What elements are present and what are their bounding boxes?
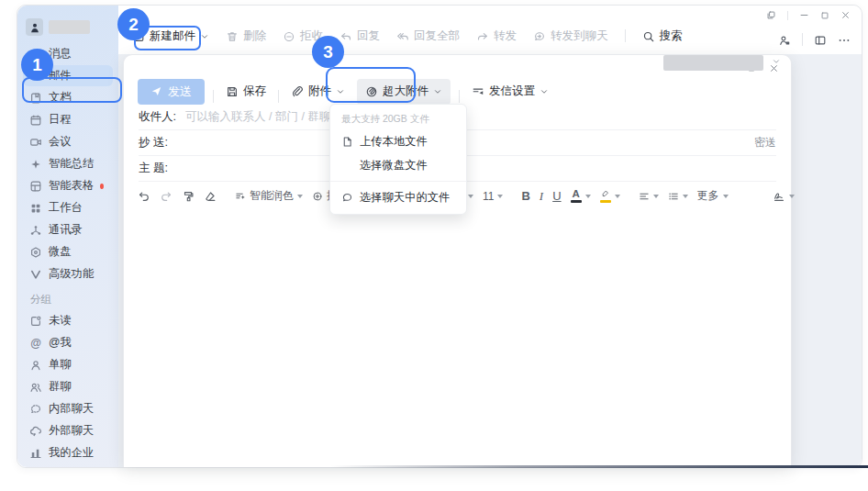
close-icon[interactable] — [840, 10, 851, 20]
sidebar-item-single-chat[interactable]: 单聊 — [23, 354, 113, 375]
sidebar-item-label: 智能表格 — [49, 178, 94, 194]
popout-icon[interactable] — [766, 10, 776, 20]
forward-to-chat-button[interactable]: 转发到聊天 — [533, 28, 608, 44]
redo-icon[interactable] — [160, 190, 172, 203]
sidebar-item-label: 未读 — [49, 313, 72, 329]
paperclip-icon — [291, 85, 304, 98]
sidebar-item-my-enterprise[interactable]: 我的企业 — [23, 442, 113, 463]
message-icon — [29, 48, 42, 61]
sidebar-item-drive[interactable]: 微盘 — [23, 241, 113, 262]
reject-button[interactable]: 拒收 — [283, 28, 323, 44]
mail-icon — [29, 70, 42, 83]
more-icon[interactable] — [838, 34, 851, 47]
reply-button[interactable]: 回复 — [339, 28, 380, 44]
caret — [297, 195, 303, 198]
sidebar-item-label: 外部聊天 — [49, 423, 94, 439]
menu-item-choose-drive[interactable]: 选择微盘文件 — [330, 153, 466, 177]
sidebar-item-internal-chat[interactable]: 内部聊天 — [23, 398, 113, 419]
avatar[interactable] — [26, 18, 43, 36]
user-name-redacted — [49, 20, 90, 34]
sidebar-item-at-me[interactable]: @ @我 — [23, 332, 113, 353]
send-button[interactable]: 发送 — [138, 79, 205, 105]
maximize-icon[interactable] — [820, 11, 829, 20]
subject-label: 主 题: — [139, 161, 168, 176]
bcc-link[interactable]: 密送 — [754, 135, 776, 151]
chevron-down-icon — [200, 32, 209, 41]
sidebar-item-smart-table[interactable]: 智能表格 — [23, 175, 113, 196]
sidebar-item-label: 消息 — [49, 46, 72, 61]
sidebar-item-mail[interactable]: 邮件 — [23, 65, 113, 86]
bold-button[interactable]: B — [521, 189, 529, 203]
sidebar: 消息 邮件 文档 日程 会议 智能总结 — [17, 6, 118, 467]
sidebar-item-messages[interactable]: 消息 — [23, 43, 113, 64]
window-bottom-edge — [330, 465, 868, 468]
divider — [802, 33, 803, 46]
split-view-icon[interactable] — [814, 34, 827, 47]
sidebar-item-calendar[interactable]: 日程 — [23, 109, 113, 130]
smart-polish-button[interactable]: 智能润色 — [235, 188, 303, 204]
sparkle-icon — [29, 158, 42, 171]
send-settings-button[interactable]: 发信设置 — [468, 79, 552, 105]
sidebar-item-label: 内部聊天 — [49, 401, 94, 417]
sidebar-item-group-chat[interactable]: 群聊 — [23, 376, 113, 397]
save-button[interactable]: 保存 — [222, 79, 270, 105]
italic-button[interactable]: I — [540, 189, 543, 204]
highlight-button[interactable] — [600, 189, 620, 203]
sidebar-item-meeting[interactable]: 会议 — [23, 131, 113, 152]
search-button[interactable]: 搜索 — [642, 28, 683, 44]
more-button[interactable]: 更多 — [697, 188, 729, 204]
sidebar-item-advanced[interactable]: 高级功能 — [23, 263, 113, 285]
sidebar-item-external-chat[interactable]: 外部聊天 — [23, 420, 113, 441]
chevron-down-icon — [336, 87, 345, 96]
sidebar-item-contacts[interactable]: 通讯录 — [23, 219, 113, 240]
undo-icon[interactable] — [138, 190, 150, 203]
smart-table-icon — [29, 180, 42, 193]
reply-icon — [339, 30, 352, 43]
font-size-select[interactable]: 11 — [483, 190, 503, 203]
sidebar-item-label: 工作台 — [49, 200, 83, 216]
delete-button[interactable]: 删除 — [226, 28, 266, 44]
menu-separator — [330, 181, 466, 182]
sidebar-section-groups: 分组 — [30, 293, 118, 307]
trash-icon — [226, 30, 239, 43]
internal-chat-icon — [29, 403, 42, 416]
divider — [625, 29, 626, 42]
sidebar-item-label: 通讯录 — [49, 222, 83, 238]
forward-button[interactable]: 转发 — [476, 28, 517, 44]
mega-attachment-button[interactable]: 超大附件 — [357, 79, 451, 105]
caret — [585, 195, 591, 198]
sidebar-item-label: 微盘 — [49, 244, 72, 260]
enterprise-icon — [29, 447, 42, 460]
send-settings-icon — [472, 85, 484, 98]
divider — [787, 11, 788, 20]
menu-item-choose-chat-file[interactable]: 选择聊天中的文件 — [330, 185, 466, 209]
sidebar-item-docs[interactable]: 文档 — [23, 87, 113, 108]
new-mail-button[interactable]: 新建邮件 — [132, 28, 209, 44]
drive-icon — [29, 246, 42, 259]
contact-card-icon[interactable] — [778, 34, 791, 47]
sidebar-item-smart-summary[interactable]: 智能总结 — [23, 153, 113, 174]
profile[interactable] — [26, 18, 118, 36]
sidebar-item-workbench[interactable]: 工作台 — [23, 197, 113, 218]
menu-header: 最大支持 20GB 文件 — [330, 108, 466, 129]
sidebar-item-unread[interactable]: 未读 — [23, 310, 113, 331]
font-color-button[interactable]: A — [571, 189, 591, 204]
calendar-icon — [29, 114, 42, 127]
search-icon — [642, 30, 655, 43]
sidebar-item-label: @我 — [49, 335, 72, 351]
chevron-down-icon[interactable] — [772, 57, 781, 66]
signature-button[interactable] — [773, 190, 795, 203]
align-icon — [639, 191, 650, 202]
from-account-redacted[interactable] — [663, 55, 763, 71]
attachment-button[interactable]: 附件 — [287, 79, 349, 105]
underline-button[interactable]: U — [552, 189, 561, 203]
format-painter-icon[interactable] — [182, 190, 195, 203]
align-button[interactable] — [639, 191, 659, 202]
menu-item-upload-local[interactable]: 上传本地文件 — [330, 129, 466, 153]
reply-all-button[interactable]: 回复全部 — [396, 28, 460, 44]
chevron-down-icon — [433, 87, 442, 96]
sidebar-item-label: 高级功能 — [49, 266, 94, 282]
list-button[interactable] — [668, 191, 688, 202]
minimize-icon[interactable] — [799, 10, 809, 20]
eraser-icon[interactable] — [204, 190, 217, 203]
